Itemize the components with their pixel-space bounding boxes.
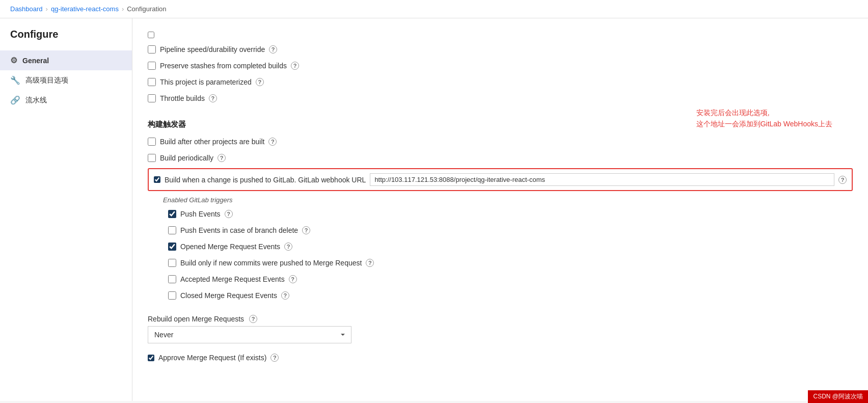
opened-mr-label: Opened Merge Request Events [180, 243, 280, 251]
throttle-checkbox[interactable] [148, 94, 156, 102]
throttle-label: Throttle builds [160, 94, 205, 102]
sidebar-item-advanced[interactable]: 🔧 高级项目选项 [0, 70, 132, 90]
push-branch-delete-label: Push Events in case of branch delete [180, 226, 298, 234]
checkbox-pipeline-speed: Pipeline speed/durability override ? [148, 41, 853, 58]
closed-mr-checkbox[interactable] [168, 291, 176, 300]
build-pushed-help-icon[interactable]: ? [838, 176, 847, 184]
build-pushed-checkbox[interactable] [154, 176, 160, 183]
gear-icon: ⚙ [10, 56, 17, 65]
accepted-mr-checkbox[interactable] [168, 275, 176, 283]
rebuild-dropdown[interactable]: Never On push to source branch On push t… [148, 326, 351, 343]
bottom-partial-label: Approve Merge Request (If exists) [158, 354, 266, 362]
main-content: Pipeline speed/durability override ? Pre… [132, 18, 868, 401]
breadcrumb-page: Configuration [127, 5, 166, 13]
pipeline-speed-checkbox[interactable] [148, 45, 156, 53]
checkbox-parameterized: This project is parameterized ? [148, 74, 853, 90]
bottom-partial-checkbox[interactable] [148, 355, 154, 361]
build-pushed-row: Build when a change is pushed to GitLab.… [148, 168, 853, 191]
rebuild-label-row: Rebuild open Merge Requests ? [148, 312, 853, 326]
enabled-gitlab-triggers-label: Enabled GitLab triggers [163, 193, 853, 206]
checkbox-opened-mr: Opened Merge Request Events ? [163, 238, 853, 255]
annotation-container: 安装完后会出现此选项, 这个地址一会添加到GitLab WebHooks上去 B… [148, 168, 853, 191]
enabled-gitlab-triggers-section: Enabled GitLab triggers Push Events ? Pu… [148, 193, 853, 304]
partial-checkbox[interactable] [148, 32, 154, 38]
sidebar-item-pipeline[interactable]: 🔗 流水线 [0, 90, 132, 110]
partial-top-row [148, 29, 853, 41]
push-branch-delete-checkbox[interactable] [168, 226, 176, 234]
checkbox-accepted-mr: Accepted Merge Request Events ? [163, 271, 853, 287]
preserve-stashes-label: Preserve stashes from completed builds [160, 62, 287, 70]
opened-mr-checkbox[interactable] [168, 243, 176, 251]
csdn-badge: CSDN @阿波次喵 [808, 390, 868, 401]
link-icon: 🔗 [10, 95, 20, 105]
rebuild-section: Rebuild open Merge Requests ? Never On p… [148, 312, 853, 343]
sidebar-title: Configure [0, 29, 132, 50]
sidebar-item-pipeline-label: 流水线 [25, 96, 47, 105]
sidebar-item-general[interactable]: ⚙ General [0, 50, 132, 70]
push-branch-delete-help-icon[interactable]: ? [302, 226, 310, 234]
breadcrumb-chevron1: › [46, 5, 48, 13]
sidebar: Configure ⚙ General 🔧 高级项目选项 🔗 流水线 [0, 18, 132, 401]
breadcrumb-chevron2: › [122, 5, 124, 13]
breadcrumb-dashboard[interactable]: Dashboard [10, 5, 43, 13]
checkbox-build-periodic: Build periodically ? [148, 150, 853, 166]
build-after-help-icon[interactable]: ? [268, 138, 277, 146]
rebuild-help-icon[interactable]: ? [249, 315, 257, 323]
rebuild-dropdown-wrapper: Never On push to source branch On push t… [148, 326, 351, 343]
pipeline-speed-label: Pipeline speed/durability override [160, 45, 265, 53]
sidebar-item-general-label: General [22, 57, 49, 65]
breadcrumb-project[interactable]: qg-iterative-react-coms [51, 5, 119, 13]
checkbox-preserve-stashes: Preserve stashes from completed builds ? [148, 58, 853, 74]
build-new-commits-checkbox[interactable] [168, 259, 176, 267]
checkbox-throttle: Throttle builds ? [148, 90, 853, 106]
build-after-checkbox[interactable] [148, 138, 156, 146]
build-periodic-label: Build periodically [160, 154, 213, 162]
checkbox-push-events: Push Events ? [163, 206, 853, 222]
checkbox-closed-mr: Closed Merge Request Events ? [163, 287, 853, 304]
build-pushed-label: Build when a change is pushed to GitLab.… [165, 176, 366, 184]
checkbox-build-after: Build after other projects are built ? [148, 133, 853, 150]
push-events-checkbox[interactable] [168, 210, 176, 218]
parameterized-checkbox[interactable] [148, 78, 156, 86]
build-new-commits-label: Build only if new commits were pushed to… [180, 259, 362, 267]
opened-mr-help-icon[interactable]: ? [284, 243, 292, 251]
rebuild-label: Rebuild open Merge Requests [148, 315, 244, 323]
preserve-stashes-help-icon[interactable]: ? [291, 62, 299, 70]
throttle-help-icon[interactable]: ? [209, 94, 217, 102]
bottom-partial-row: Approve Merge Request (If exists) ? [148, 348, 853, 367]
checkbox-push-branch-delete: Push Events in case of branch delete ? [163, 222, 853, 238]
wrench-icon: 🔧 [10, 75, 20, 85]
build-after-label: Build after other projects are built [160, 138, 264, 146]
closed-mr-label: Closed Merge Request Events [180, 291, 277, 300]
top-checkboxes-group: Pipeline speed/durability override ? Pre… [148, 41, 853, 106]
closed-mr-help-icon[interactable]: ? [281, 291, 289, 300]
breadcrumb: Dashboard › qg-iterative-react-coms › Co… [0, 0, 868, 18]
build-new-commits-help-icon[interactable]: ? [366, 259, 374, 267]
build-triggers-group: Build after other projects are built ? B… [148, 133, 853, 304]
checkbox-build-new-commits: Build only if new commits were pushed to… [163, 255, 853, 271]
parameterized-label: This project is parameterized [160, 78, 252, 86]
accepted-mr-label: Accepted Merge Request Events [180, 275, 285, 283]
push-events-label: Push Events [180, 210, 221, 218]
parameterized-help-icon[interactable]: ? [256, 78, 264, 86]
bottom-partial-help-icon[interactable]: ? [270, 354, 279, 362]
build-periodic-checkbox[interactable] [148, 154, 156, 162]
accepted-mr-help-icon[interactable]: ? [289, 275, 297, 283]
build-periodic-help-icon[interactable]: ? [218, 154, 226, 162]
preserve-stashes-checkbox[interactable] [148, 62, 156, 70]
webhook-url-input[interactable] [370, 173, 834, 186]
pipeline-speed-help-icon[interactable]: ? [269, 45, 277, 53]
build-triggers-header: 构建触发器 [148, 112, 853, 133]
push-events-help-icon[interactable]: ? [225, 210, 233, 218]
sidebar-item-advanced-label: 高级项目选项 [25, 76, 68, 85]
